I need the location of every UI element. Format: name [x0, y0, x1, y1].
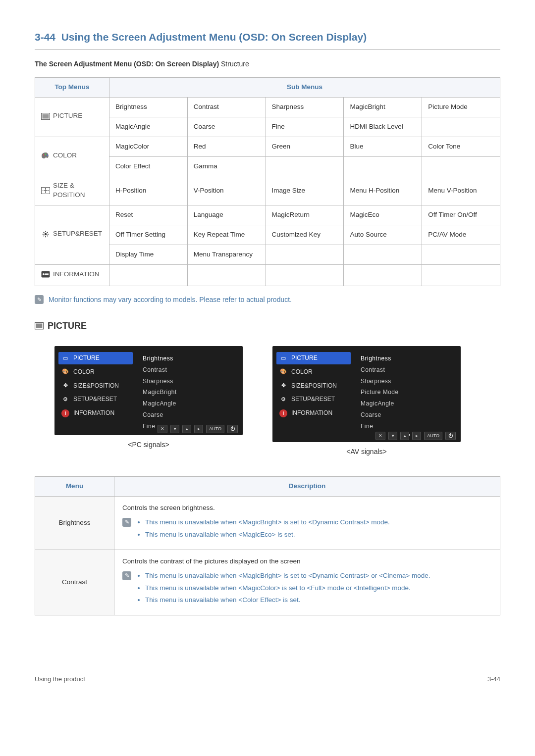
osd-nav-item[interactable]: ✥SIZE&POSITION: [276, 380, 351, 392]
submenu-cell: Menu V-Position: [422, 176, 500, 205]
osd-nav-label: INFORMATION: [291, 409, 332, 417]
submenu-cell: [266, 264, 344, 286]
svg-point-6: [45, 233, 47, 235]
osd-footer-button[interactable]: ▾: [170, 425, 179, 433]
osd-footer-button[interactable]: ⏻: [227, 425, 238, 433]
submenu-cell: Reset: [109, 205, 188, 225]
osd-option[interactable]: Fine: [361, 421, 457, 432]
osd-nav-item[interactable]: ⚙SETUP&RESET: [58, 393, 133, 405]
osd-option[interactable]: Sharpness: [143, 376, 239, 387]
footer-right: 3-44: [487, 675, 500, 684]
structure-intro: The Screen Adjustment Menu (OSD: On Scre…: [35, 59, 500, 69]
osd-footer-button[interactable]: ▸: [194, 425, 203, 433]
section-text: Using the Screen Adjustment Menu (OSD: O…: [61, 31, 367, 43]
osd-nav-item[interactable]: ⚙SETUP&RESET: [276, 393, 351, 405]
note-row: ✎ Monitor functions may vary according t…: [35, 295, 500, 305]
osd-footer-button[interactable]: ✕: [158, 425, 167, 433]
note-item: This menu is unavailable when <MagicBrig…: [145, 518, 390, 527]
osd-nav-label: INFORMATION: [73, 409, 114, 417]
osd-footer-button[interactable]: AUTO: [206, 425, 224, 433]
svg-point-4: [47, 155, 48, 156]
svg-point-2: [43, 154, 45, 156]
palette-icon: 🎨: [61, 368, 69, 376]
note-text: Monitor functions may vary according to …: [49, 295, 292, 305]
desc-intro: Controls the contrast of the pictures di…: [122, 557, 492, 566]
osd-nav-item[interactable]: ▭PICTURE: [276, 352, 351, 364]
description-table: Menu Description BrightnessControls the …: [35, 476, 500, 615]
svg-rect-1: [43, 114, 49, 118]
submenu-cell: Auto Source: [344, 225, 422, 245]
osd-option[interactable]: MagicBright: [143, 387, 239, 398]
header-sub-menus: Sub Menus: [109, 77, 500, 97]
size-icon: ✥: [61, 382, 69, 390]
gear-icon: [41, 231, 50, 238]
osd-nav-item[interactable]: iINFORMATION: [276, 407, 351, 419]
osd-option[interactable]: Coarse: [361, 409, 457, 421]
submenu-cell: [422, 245, 500, 265]
note-block: ✎This menu is unavailable when <MagicBri…: [122, 571, 492, 608]
top-menu-cell: COLOR: [35, 137, 109, 176]
size-icon: ✥: [279, 382, 287, 390]
osd-option[interactable]: Brightness: [361, 353, 457, 364]
submenu-cell: Picture Mode: [422, 97, 500, 117]
osd-option[interactable]: Contrast: [143, 364, 239, 376]
osd-footer-button[interactable]: ⏻: [445, 432, 456, 440]
submenu-cell: [422, 156, 500, 176]
note-item: This menu is unavailable when <MagicColo…: [145, 584, 430, 593]
picture-icon: [41, 113, 50, 120]
desc-menu-name: Brightness: [35, 497, 114, 550]
osd-nav-item[interactable]: 🎨COLOR: [58, 366, 133, 378]
structure-intro-bold: The Screen Adjustment Menu (OSD: On Scre…: [35, 60, 219, 68]
osd-footer-button[interactable]: ▴: [182, 425, 191, 433]
osd-option[interactable]: Contrast: [361, 364, 457, 376]
osd-option[interactable]: MagicAngle: [361, 398, 457, 409]
submenu-cell: V-Position: [187, 176, 266, 205]
submenu-cell: [266, 156, 344, 176]
svg-point-3: [45, 154, 47, 155]
submenu-cell: Key Repeat Time: [187, 225, 266, 245]
submenu-cell: Coarse: [187, 117, 266, 137]
info-icon: [41, 271, 50, 278]
osd-option[interactable]: Picture Mode: [361, 387, 457, 398]
submenu-cell: Blue: [344, 137, 422, 156]
submenu-cell: MagicColor: [109, 137, 188, 156]
osd-nav-item[interactable]: iINFORMATION: [58, 407, 133, 419]
header-menu: Menu: [35, 477, 114, 497]
note-icon: ✎: [122, 518, 131, 527]
svg-rect-18: [45, 274, 49, 275]
submenu-cell: MagicAngle: [109, 117, 188, 137]
submenu-cell: Image Size: [266, 176, 344, 205]
submenu-cell: Brightness: [109, 97, 188, 117]
palette-icon: 🎨: [279, 368, 287, 376]
submenu-cell: [344, 245, 422, 265]
submenu-cell: Off Timer Setting: [109, 225, 188, 245]
top-menu-label: COLOR: [53, 151, 77, 160]
osd-footer-button[interactable]: ▸: [412, 432, 421, 440]
osd-option[interactable]: Brightness: [143, 353, 239, 364]
osd-nav-label: SIZE&POSITION: [73, 382, 119, 390]
osd-footer-button[interactable]: ✕: [375, 432, 385, 440]
osd-option[interactable]: Coarse: [143, 409, 239, 421]
osd-block: ▭PICTURE🎨COLOR✥SIZE&POSITION⚙SETUP&RESET…: [272, 346, 461, 456]
top-menu-label: SIZE & POSITION: [53, 181, 103, 200]
desc-intro: Controls the screen brightness.: [122, 504, 492, 513]
osd-nav-item[interactable]: ✥SIZE&POSITION: [58, 380, 133, 392]
svg-rect-17: [45, 273, 49, 274]
note-icon: ✎: [122, 571, 131, 580]
picture-icon: [35, 322, 44, 329]
structure-table: Top Menus Sub Menus PICTUREBrightnessCon…: [35, 77, 500, 286]
osd-footer-button[interactable]: ▾: [388, 432, 397, 440]
submenu-cell: [266, 245, 344, 265]
osd-option[interactable]: Sharpness: [361, 376, 457, 387]
picture-icon: ▭: [61, 354, 69, 362]
info-icon: i: [61, 409, 69, 417]
osd-option[interactable]: MagicAngle: [143, 398, 239, 409]
top-menu-label: INFORMATION: [53, 270, 100, 279]
submenu-cell: Color Tone: [422, 137, 500, 156]
submenu-cell: Menu Transparency: [187, 245, 266, 265]
osd-nav-item[interactable]: 🎨COLOR: [276, 366, 351, 378]
osd-footer-button[interactable]: AUTO: [424, 432, 442, 440]
osd-footer-button[interactable]: ▴: [400, 432, 409, 440]
submenu-cell: Menu H-Position: [344, 176, 422, 205]
osd-nav-item[interactable]: ▭PICTURE: [58, 352, 133, 364]
